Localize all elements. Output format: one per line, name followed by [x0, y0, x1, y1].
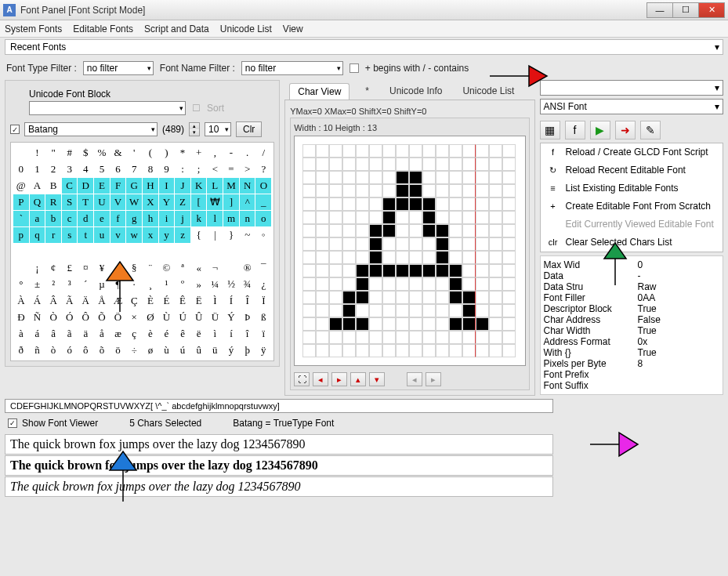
grid-cell[interactable]: å [94, 326, 110, 342]
play-icon[interactable]: ▶ [590, 121, 610, 139]
grid-cell[interactable]: Õ [94, 310, 110, 326]
grid-cell[interactable]: ¾ [239, 277, 255, 293]
grid-cell[interactable]: o [255, 211, 272, 227]
grid-cell[interactable] [45, 244, 62, 260]
grid-cell[interactable]: < [207, 161, 223, 178]
grid-cell[interactable]: @ [13, 178, 30, 194]
grid-cell[interactable]: ä [78, 326, 94, 342]
font-enable-checkbox[interactable]: ✓ [10, 125, 20, 134]
grid-cell[interactable]: Ó [61, 310, 78, 326]
grid-cell[interactable]: â [45, 326, 62, 342]
grid-cell[interactable]: + [190, 145, 207, 161]
grid-cell[interactable]: Æ [110, 293, 126, 310]
grid-cell[interactable]: Ø [143, 310, 159, 326]
grid-cell[interactable]: : [175, 161, 191, 178]
grid-cell[interactable]: ◦ [255, 227, 272, 244]
grid-cell[interactable] [13, 244, 30, 260]
grid-cell[interactable]: ( [143, 145, 159, 161]
action-menu-item[interactable]: ↻Reload Recent Editable Font [541, 161, 723, 179]
spinner[interactable]: ▴▾ [189, 122, 200, 136]
grid-cell[interactable]: ¦ [110, 260, 126, 277]
grid-cell[interactable]: ½ [223, 277, 240, 293]
grid-cell[interactable]: í [223, 326, 240, 342]
grid-cell[interactable]: » [190, 277, 207, 293]
grid-cell[interactable]: æ [110, 326, 126, 342]
unicode-block-combo[interactable]: ▾ [29, 101, 186, 115]
grid-cell[interactable]: L [207, 178, 223, 194]
grid-cell[interactable]: Í [223, 293, 240, 310]
grid-cell[interactable]: Á [29, 293, 45, 310]
grid-cell[interactable]: « [190, 260, 207, 277]
grid-cell[interactable]: F [110, 178, 126, 194]
grid-cell[interactable]: N [239, 178, 255, 194]
grid-cell[interactable]: O [255, 178, 272, 194]
action-menu-item[interactable]: ≡List Existing Editable Fonts [541, 179, 723, 197]
grid-cell[interactable]: Y [158, 194, 175, 211]
grid-cell[interactable]: Ç [126, 293, 143, 310]
grid-cell[interactable]: ; [190, 161, 207, 178]
grid-cell[interactable]: d [78, 211, 94, 227]
grid-cell[interactable]: ó [61, 342, 78, 359]
grid-cell[interactable]: 7 [126, 161, 143, 178]
recent-fonts-combo[interactable]: Recent Fonts ▾ [5, 39, 723, 55]
grid-cell[interactable]: m [223, 211, 240, 227]
minimize-button[interactable]: — [647, 2, 673, 18]
menu-editable-fonts[interactable]: Editable Fonts [73, 24, 133, 34]
grid-cell[interactable]: > [239, 161, 255, 178]
grid-cell[interactable]: Ö [110, 310, 126, 326]
grid-cell[interactable]: % [94, 145, 110, 161]
grid-cell[interactable] [126, 244, 143, 260]
grid-cell[interactable]: Ò [45, 310, 62, 326]
grid-cell[interactable]: ] [223, 194, 240, 211]
grid-cell[interactable]: Î [239, 293, 255, 310]
arrow-down-icon[interactable]: ▾ [369, 372, 385, 386]
grid-cell[interactable]: } [223, 227, 240, 244]
grid-cell[interactable]: 1 [29, 161, 45, 178]
menu-script-data[interactable]: Script and Data [144, 24, 209, 34]
grid-cell[interactable]: I [158, 178, 175, 194]
grid-cell[interactable]: Z [175, 194, 191, 211]
grid-cell[interactable]: E [94, 178, 110, 194]
grid-cell[interactable]: ` [13, 211, 30, 227]
grid-cell[interactable] [175, 244, 191, 260]
clr-button[interactable]: Clr [236, 121, 262, 137]
font-icon[interactable]: f [565, 121, 585, 139]
grid-cell[interactable]: z [175, 227, 191, 244]
grid-cell[interactable]: t [78, 227, 94, 244]
grid-cell[interactable]: ã [61, 326, 78, 342]
grid-cell[interactable]: Ù [158, 310, 175, 326]
grid-cell[interactable]: { [190, 227, 207, 244]
grid-cell[interactable]: g [126, 211, 143, 227]
grid-cell[interactable]: . [239, 145, 255, 161]
grid-cell[interactable]: e [94, 211, 110, 227]
grid-cell[interactable]: Q [29, 194, 45, 211]
grid-cell[interactable]: Â [45, 293, 62, 310]
grid-cell[interactable]: ¢ [45, 260, 62, 277]
grid-cell[interactable] [13, 145, 30, 161]
grid-cell[interactable]: R [45, 194, 62, 211]
grid-cell[interactable]: ÿ [255, 342, 272, 359]
grid-cell[interactable]: v [110, 227, 126, 244]
grid-cell[interactable]: é [158, 326, 175, 342]
grid-cell[interactable]: H [143, 178, 159, 194]
action-menu-item[interactable]: +Create Editable Font From Scratch [541, 197, 723, 216]
grid-cell[interactable] [94, 244, 110, 260]
grid-cell[interactable]: ë [190, 326, 207, 342]
grid-cell[interactable] [13, 260, 30, 277]
grid-cell[interactable]: ¬ [207, 260, 223, 277]
grid-cell[interactable]: ¹ [158, 277, 175, 293]
grid-cell[interactable]: ^ [239, 194, 255, 211]
grid-cell[interactable]: $ [78, 145, 94, 161]
grid-cell[interactable]: " [45, 145, 62, 161]
tab-char-view[interactable]: Char View [289, 83, 350, 100]
maximize-button[interactable]: ☐ [672, 2, 699, 18]
grid-cell[interactable]: § [126, 260, 143, 277]
font-type-filter-combo[interactable]: no filter▾ [83, 61, 154, 75]
grid-cell[interactable]: © [158, 260, 175, 277]
grid-cell[interactable]: ' [126, 145, 143, 161]
grid-cell[interactable]: × [126, 310, 143, 326]
grid-cell[interactable]: B [45, 178, 62, 194]
grid-cell[interactable]: ° [13, 277, 30, 293]
grid-cell[interactable] [190, 244, 207, 260]
grid-cell[interactable]: ì [207, 326, 223, 342]
